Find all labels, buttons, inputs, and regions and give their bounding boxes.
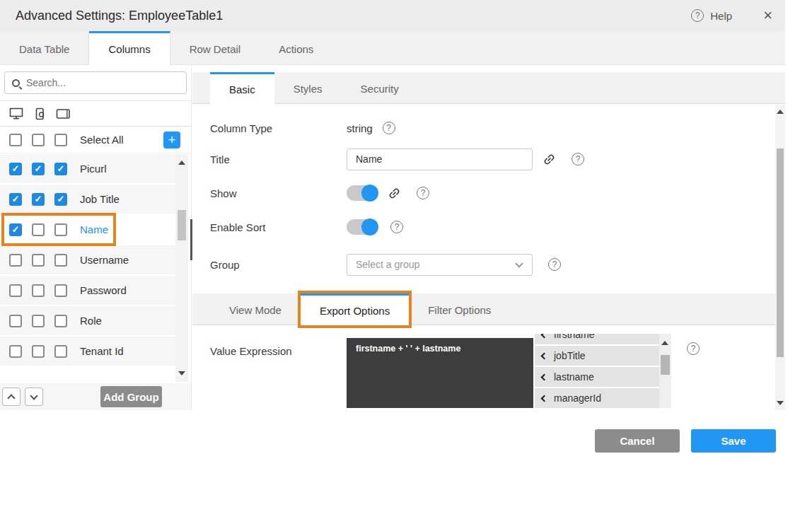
checkbox[interactable]: ✓ [32,163,45,175]
help-icon[interactable]: ? [687,342,700,355]
value-expression-row: Value Expression firstname + ' ' + lastn… [192,334,785,408]
column-label: Tenant Id [80,345,124,357]
scroll-down-arrow[interactable] [178,371,185,375]
checkbox[interactable]: ✓ [9,163,22,175]
group-select[interactable]: Select a group [347,254,533,276]
checkbox[interactable] [54,345,67,358]
desktop-icon[interactable] [9,107,24,120]
checkbox[interactable]: ✓ [9,223,22,236]
field-items: firstnamejobTitlelastnamemanagerId [535,334,659,408]
list-item-job-title[interactable]: ✓✓✓Job Title [0,185,175,214]
field-item-lastname[interactable]: lastname [535,367,659,387]
field-item-managerid[interactable]: managerId [535,388,659,408]
list-item-picurl[interactable]: ✓✓✓Picurl [0,154,175,183]
tab-data-table[interactable]: Data Table [0,31,89,64]
save-button[interactable]: Save [691,429,776,453]
title-input[interactable] [347,148,533,170]
columns-sidebar: Select All + ✓✓✓Picurl✓✓✓Job Title✓NameU… [0,65,192,410]
checkbox[interactable] [32,284,45,297]
select-all-checkboxes [9,134,77,146]
tab-row-detail[interactable]: Row Detail [170,31,260,64]
link-icon[interactable] [388,187,401,200]
tab-export-options[interactable]: Export Options [301,293,409,325]
help-button[interactable]: ? Help [691,9,732,22]
checkbox[interactable] [9,134,22,146]
checkbox[interactable] [9,284,22,297]
link-icon[interactable] [543,153,556,166]
add-column-button[interactable]: + [163,132,180,148]
help-icon[interactable]: ? [390,221,403,233]
sidebar-footer: Add Group [0,383,191,410]
checkbox[interactable] [32,254,45,267]
panel-scrollbar[interactable] [775,105,785,410]
list-item-role[interactable]: Role [0,306,175,335]
show-toggle[interactable] [347,185,378,201]
checkbox[interactable] [32,345,45,358]
show-label: Show [210,187,347,199]
checkbox[interactable] [32,223,45,236]
help-label: Help [710,10,732,22]
column-settings-panel: BasicStylesSecurity Column Type string ?… [192,65,785,410]
scroll-up-arrow[interactable] [777,110,784,114]
checkbox[interactable] [9,254,22,267]
help-icon[interactable]: ? [383,122,395,134]
mobile-icon[interactable] [35,107,45,120]
fields-scrollbar[interactable] [659,334,671,408]
checkbox[interactable] [54,134,67,146]
scrollbar-thumb[interactable] [178,210,186,240]
cancel-button[interactable]: Cancel [595,429,680,453]
enable-sort-toggle[interactable] [347,219,378,235]
column-type-value: string [347,122,373,134]
list-item-password[interactable]: Password [0,276,175,305]
tab-styles[interactable]: Styles [274,72,342,103]
help-icon[interactable]: ? [548,258,561,271]
column-label: Name [80,223,108,235]
checkbox[interactable] [9,345,22,358]
checkbox[interactable] [54,315,67,327]
title-label: Title [210,153,347,165]
chevron-down-icon [515,260,523,267]
checkbox[interactable] [54,223,67,236]
add-group-button[interactable]: Add Group [100,386,162,407]
close-icon[interactable]: × [763,8,772,23]
field-item-firstname[interactable]: firstname [535,334,659,344]
checkbox[interactable] [54,254,67,267]
tab-actions[interactable]: Actions [260,31,332,64]
list-item-tenant-id[interactable]: Tenant Id [0,337,175,366]
scroll-up-arrow[interactable] [178,161,185,165]
select-all-label: Select All [80,134,124,146]
tab-filter-options[interactable]: Filter Options [409,293,510,325]
checkbox[interactable] [54,284,67,297]
sidebar-scrollbar[interactable] [175,154,188,382]
move-up-button[interactable] [2,387,21,406]
scroll-up-arrow[interactable] [661,341,668,345]
field-item-jobtitle[interactable]: jobTitle [535,346,659,366]
scroll-down-arrow[interactable] [777,401,784,405]
tab-view-mode[interactable]: View Mode [210,293,301,325]
checkbox[interactable] [32,315,45,327]
search-icon [12,79,20,87]
search-box [4,71,187,94]
enable-sort-label: Enable Sort [210,221,347,233]
checkbox[interactable] [32,134,45,146]
search-input[interactable] [26,77,179,88]
list-item-name[interactable]: ✓Name [0,215,175,244]
tab-columns[interactable]: Columns [89,31,170,65]
scrollbar-thumb[interactable] [661,355,670,375]
checkbox[interactable] [9,315,22,327]
tablet-icon[interactable] [56,108,71,120]
tab-basic[interactable]: Basic [210,72,274,104]
value-expression-label: Value Expression [210,334,347,357]
checkbox[interactable]: ✓ [54,193,67,206]
dialog-header: Advanced Settings: EmployeeTable1 ? Help… [0,0,785,31]
help-icon[interactable]: ? [572,153,584,165]
checkbox[interactable]: ✓ [32,193,45,206]
tab-security[interactable]: Security [342,72,418,103]
help-icon[interactable]: ? [417,187,429,199]
expression-code-editor[interactable]: firstname + ' ' + lastname [347,338,533,408]
checkbox[interactable]: ✓ [54,163,67,175]
checkbox[interactable]: ✓ [9,193,22,206]
scrollbar-thumb[interactable] [777,148,784,357]
move-down-button[interactable] [25,387,43,406]
list-item-username[interactable]: Username [0,245,175,274]
